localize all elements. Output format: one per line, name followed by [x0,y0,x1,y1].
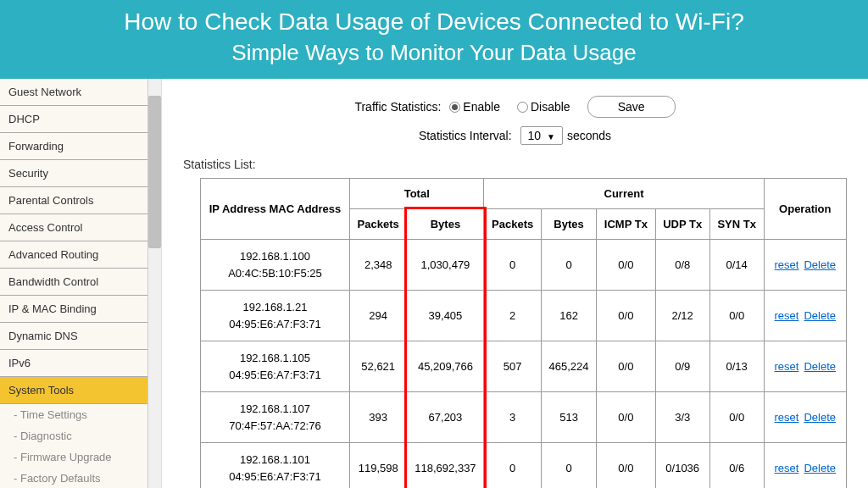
cell-total-bytes: 1,030,479 [407,240,484,291]
sidebar-sub-factory-defaults[interactable]: - Factory Defaults [0,468,147,488]
cell-total-bytes: 67,203 [407,392,484,443]
sidebar-item-system-tools[interactable]: System Tools [0,377,147,404]
cell-total-packets: 119,598 [349,443,406,489]
cell-operation: resetDelete [764,240,846,291]
sidebar-item-ip-mac-binding[interactable]: IP & MAC Binding [0,296,147,323]
cell-total-bytes: 45,209,766 [407,341,484,392]
th-icmp: ICMP Tx [597,209,655,240]
cell-current-packets: 507 [484,341,541,392]
cell-operation: resetDelete [764,392,846,443]
reset-link[interactable]: reset [775,462,799,474]
stats-list-label: Statistics List: [183,158,847,171]
traffic-stats-label: Traffic Statistics: [354,100,441,114]
disable-label: Disable [531,100,570,114]
controls: Traffic Statistics: Enable Disable Save … [183,96,847,145]
cell-ip-mac: 192.168.1.10104:95:E6:A7:F3:71 [201,443,350,489]
header-title: How to Check Data Usage of Devices Conne… [0,8,868,36]
cell-icmp: 0/0 [597,341,655,392]
cell-syn: 0/13 [709,341,764,392]
interval-value: 10 [528,129,542,142]
table-row: 192.168.1.10504:95:E6:A7:F3:71 52,621 45… [201,341,847,392]
table-wrapper: IP Address MAC Address Total Current Ope… [200,178,847,488]
sidebar-sub-diagnostic[interactable]: - Diagnostic [0,425,147,446]
reset-link[interactable]: reset [775,411,799,424]
th-current: Current [484,179,764,209]
cell-ip-mac: 192.168.1.10770:4F:57:AA:72:76 [201,392,350,443]
cell-total-packets: 393 [349,392,406,443]
table-row: 192.168.1.2104:95:E6:A7:F3:71 294 39,405… [201,291,847,341]
cell-ip-mac: 192.168.1.100A0:4C:5B:10:F5:25 [201,240,350,291]
scrollbar[interactable] [148,79,162,488]
sidebar-item-advanced-routing[interactable]: Advanced Routing [0,241,147,269]
scroll-thumb[interactable] [148,96,161,248]
cell-ip-mac: 192.168.1.10504:95:E6:A7:F3:71 [201,341,350,392]
reset-link[interactable]: reset [775,360,799,373]
statistics-table: IP Address MAC Address Total Current Ope… [200,178,847,488]
delete-link[interactable]: Delete [804,258,836,271]
cell-udp: 2/12 [655,291,709,341]
cell-total-packets: 52,621 [349,341,406,392]
cell-operation: resetDelete [764,341,846,392]
sidebar: Guest Network DHCP Forwarding Security P… [0,79,148,488]
th-total-bytes: Bytes [407,209,484,240]
sidebar-item-ipv6[interactable]: IPv6 [0,350,147,377]
th-operation: Operation [764,179,846,240]
cell-current-bytes: 0 [541,240,596,291]
interval-label: Statistics Interval: [419,129,512,142]
cell-current-bytes: 513 [541,392,596,443]
sidebar-sub-firmware-upgrade[interactable]: - Firmware Upgrade [0,446,147,468]
th-syn: SYN Tx [709,209,764,240]
cell-total-bytes: 39,405 [407,291,484,341]
enable-label: Enable [463,100,500,114]
cell-icmp: 0/0 [597,291,655,341]
cell-total-bytes: 118,692,337 [407,443,484,489]
cell-syn: 0/0 [709,291,764,341]
radio-enable[interactable] [449,102,460,113]
cell-current-packets: 0 [484,443,541,489]
cell-syn: 0/0 [709,392,764,443]
cell-syn: 0/14 [709,240,764,291]
radio-disable[interactable] [517,102,528,113]
cell-operation: resetDelete [764,443,846,489]
delete-link[interactable]: Delete [804,360,836,373]
sidebar-item-access-control[interactable]: Access Control [0,214,147,241]
chevron-down-icon: ▼ [547,132,555,141]
sidebar-item-guest-network[interactable]: Guest Network [0,79,147,106]
cell-udp: 0/8 [655,240,709,291]
cell-total-packets: 294 [349,291,406,341]
table-row: 192.168.1.10104:95:E6:A7:F3:71 119,598 1… [201,443,847,489]
th-total-packets: Packets [349,209,406,240]
cell-udp: 0/9 [655,341,709,392]
cell-syn: 0/6 [709,443,764,489]
delete-link[interactable]: Delete [804,411,836,424]
delete-link[interactable]: Delete [804,309,836,322]
delete-link[interactable]: Delete [804,462,836,474]
cell-total-packets: 2,348 [349,240,406,291]
sidebar-sub-time-settings[interactable]: - Time Settings [0,404,147,425]
interval-select[interactable]: 10 ▼ [520,126,563,145]
sidebar-item-bandwidth-control[interactable]: Bandwidth Control [0,269,147,296]
cell-icmp: 0/0 [597,392,655,443]
sidebar-item-parental-controls[interactable]: Parental Controls [0,187,147,214]
cell-icmp: 0/0 [597,240,655,291]
page-header: How to Check Data Usage of Devices Conne… [0,0,868,79]
reset-link[interactable]: reset [775,309,799,322]
cell-udp: 0/1036 [655,443,709,489]
th-udp: UDP Tx [655,209,709,240]
reset-link[interactable]: reset [775,258,799,271]
th-total: Total [349,179,484,209]
sidebar-item-dhcp[interactable]: DHCP [0,106,147,133]
cell-current-bytes: 162 [541,291,596,341]
header-subtitle: Simple Ways to Monitor Your Data Usage [0,40,868,66]
sidebar-item-security[interactable]: Security [0,160,147,187]
cell-ip-mac: 192.168.1.2104:95:E6:A7:F3:71 [201,291,350,341]
save-button[interactable]: Save [587,96,676,118]
sidebar-item-forwarding[interactable]: Forwarding [0,133,147,160]
table-row: 192.168.1.100A0:4C:5B:10:F5:25 2,348 1,0… [201,240,847,291]
table-row: 192.168.1.10770:4F:57:AA:72:76 393 67,20… [201,392,847,443]
sidebar-item-dynamic-dns[interactable]: Dynamic DNS [0,323,147,350]
cell-current-packets: 0 [484,240,541,291]
cell-udp: 3/3 [655,392,709,443]
seconds-label: seconds [567,129,611,142]
cell-current-packets: 3 [484,392,541,443]
